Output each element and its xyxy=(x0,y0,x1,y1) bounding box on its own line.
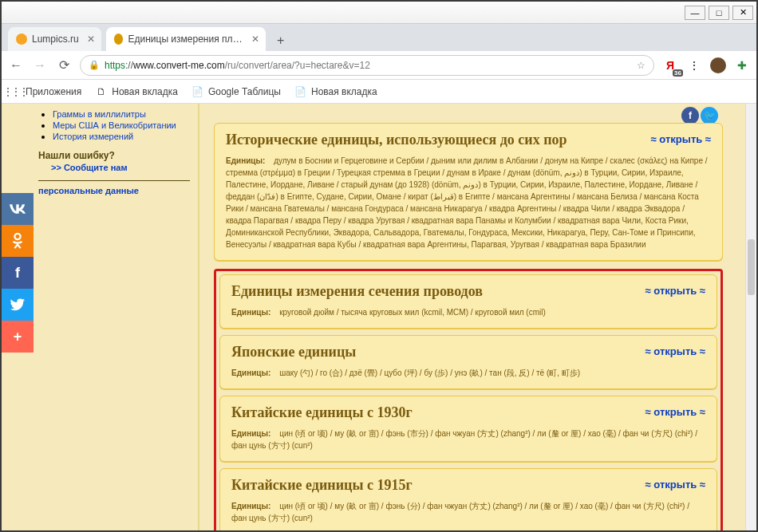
favicon-lumpics xyxy=(16,33,27,45)
nav-back-button[interactable]: ← xyxy=(8,58,24,73)
units-list: Единицы: цин (頃 or 顷) / му (畝 or 亩) / фэ… xyxy=(231,500,705,524)
bookmark-label: Google Таблицы xyxy=(208,86,281,97)
window-close-button[interactable]: ✕ xyxy=(732,6,753,20)
units-label: Единицы: xyxy=(231,308,270,317)
category-title: Японские единицы xyxy=(231,344,705,361)
page-viewport: Граммы в миллилитры Меры США и Великобри… xyxy=(2,104,756,530)
open-toggle[interactable]: открыть xyxy=(645,345,705,357)
sidebar-link-grams[interactable]: Граммы в миллилитры xyxy=(53,109,146,119)
social-vk-button[interactable] xyxy=(2,193,34,225)
units-label: Единицы: xyxy=(231,502,270,510)
sidebar-found-error-heading: Нашли ошибку? xyxy=(38,150,190,161)
url-input[interactable]: 🔒 https://www.convert-me.com/ru/convert/… xyxy=(80,55,654,76)
profile-avatar[interactable]: ● xyxy=(710,57,726,73)
lock-icon: 🔒 xyxy=(89,60,100,70)
sidebar-personal-data-link[interactable]: персональные данные xyxy=(38,186,139,195)
bookmark-star-icon[interactable]: ☆ xyxy=(637,60,645,71)
nav-forward-button[interactable]: → xyxy=(32,58,48,73)
units-label: Единицы: xyxy=(231,368,270,377)
open-toggle[interactable]: открыть xyxy=(645,479,705,491)
units-list: Единицы: дулум в Боснии и Герцеговине и … xyxy=(226,155,711,250)
yandex-badge: 36 xyxy=(673,69,683,77)
tab-lumpics[interactable]: Lumpics.ru ✕ xyxy=(8,27,101,51)
url-path: /ru/convert/area/?u=hectare&v=12 xyxy=(225,60,370,71)
window-titlebar: — □ ✕ xyxy=(2,2,756,24)
units-label: Единицы: xyxy=(226,156,265,165)
window-minimize-button[interactable]: — xyxy=(685,6,705,20)
bookmarks-bar: ⋮⋮⋮ Приложения 🗋 Новая вкладка 📄 Google … xyxy=(2,80,756,104)
social-ok-button[interactable] xyxy=(2,225,34,257)
social-more-button[interactable]: + xyxy=(2,321,34,353)
sidebar-report-link[interactable]: >> Сообщите нам xyxy=(51,163,128,172)
open-toggle[interactable]: открыть xyxy=(645,406,705,418)
bookmark-newtab-2[interactable]: 📄 Новая вкладка xyxy=(295,86,377,97)
category-card-historical: открыть Исторические единицы, использующ… xyxy=(214,123,723,261)
category-title: Китайские единицы c 1930г xyxy=(231,404,705,421)
category-card-chinese-1930: открыть Китайские единицы c 1930г Единиц… xyxy=(219,396,717,462)
tab-label: Единицы измерения площади. xyxy=(128,33,243,45)
category-title: Единицы измерения сечения проводов xyxy=(231,283,705,300)
sidebar-link-history[interactable]: История измерений xyxy=(53,132,133,141)
category-card-chinese-1915: открыть Китайские единицы c 1915г Единиц… xyxy=(219,468,717,530)
share-twitter-button[interactable]: 🐦 xyxy=(701,107,718,124)
extension-icon[interactable]: ✚ xyxy=(734,57,750,73)
yandex-ext-icon[interactable]: Я 36 xyxy=(662,57,678,73)
social-fb-button[interactable]: f xyxy=(2,257,34,289)
units-text: дулум в Боснии и Герцеговине и Сербии / … xyxy=(226,156,708,249)
units-text: цин (頃 or 顷) / му (畝 or 亩) / фэнь (市分) /… xyxy=(231,429,697,450)
category-title: Исторические единицы, использующиеся до … xyxy=(226,132,711,148)
svg-point-0 xyxy=(14,234,20,239)
browser-window: — □ ✕ Lumpics.ru ✕ Единицы измерения пло… xyxy=(0,0,758,532)
page-content: Граммы в миллилитры Меры США и Великобри… xyxy=(2,104,745,530)
units-list: Единицы: цин (頃 or 顷) / му (畝 or 亩) / фэ… xyxy=(231,428,705,451)
open-toggle[interactable]: открыть xyxy=(651,133,711,145)
url-sep: :// xyxy=(125,60,133,71)
units-list: Единицы: шаку (勺) / го (合) / дзё (畳) / ц… xyxy=(231,367,705,379)
sheets-icon: 📄 xyxy=(192,86,203,97)
page-icon: 🗋 xyxy=(96,86,107,97)
category-card-japanese: открыть Японские единицы Единицы: шаку (… xyxy=(219,335,717,389)
units-label: Единицы: xyxy=(231,429,270,438)
category-card-wire: открыть Единицы измерения сечения провод… xyxy=(219,274,717,329)
units-text: шаку (勺) / го (合) / дзё (畳) / цубо (坪) /… xyxy=(279,368,580,377)
tab-close-icon[interactable]: ✕ xyxy=(87,33,95,45)
open-toggle[interactable]: открыть xyxy=(645,285,705,297)
tab-close-icon[interactable]: ✕ xyxy=(251,33,259,45)
bookmark-google-sheets[interactable]: 📄 Google Таблицы xyxy=(192,86,281,97)
social-sidebar: f + xyxy=(2,193,34,353)
url-scheme: https xyxy=(105,60,125,71)
social-tw-button[interactable] xyxy=(2,289,34,321)
main-column: f 🐦 открыть Исторические единицы, исполь… xyxy=(199,104,745,530)
units-text: цин (頃 or 顷) / му (畝 or 亩) / фэнь (分) / … xyxy=(231,502,689,522)
highlighted-categories: открыть Единицы измерения сечения провод… xyxy=(214,269,723,530)
scrollbar-thumb[interactable] xyxy=(748,239,755,295)
bookmark-label: Приложения xyxy=(26,86,81,97)
tab-label: Lumpics.ru xyxy=(32,33,79,45)
units-text: круговой дюйм / тысяча круговых мил (kcm… xyxy=(279,308,546,317)
units-list: Единицы: круговой дюйм / тысяча круговых… xyxy=(231,306,705,318)
sidebar-divider xyxy=(38,180,190,181)
window-maximize-button[interactable]: □ xyxy=(709,6,729,20)
nav-reload-button[interactable]: ⟳ xyxy=(56,57,72,73)
category-title: Китайские единицы c 1915г xyxy=(231,477,705,494)
apps-grid-icon: ⋮⋮⋮ xyxy=(10,86,21,97)
bookmark-apps[interactable]: ⋮⋮⋮ Приложения xyxy=(10,86,81,97)
new-tab-button[interactable]: + xyxy=(270,30,291,51)
bookmark-label: Новая вкладка xyxy=(311,86,377,97)
tab-convertme[interactable]: Единицы измерения площади. ✕ xyxy=(106,27,266,51)
vertical-scrollbar[interactable] xyxy=(745,104,756,530)
url-domain: www.convert-me.com xyxy=(133,60,225,71)
tabs-bar: Lumpics.ru ✕ Единицы измерения площади. … xyxy=(2,24,756,51)
browser-menu-button[interactable]: ⋮ xyxy=(686,57,702,73)
page-icon: 📄 xyxy=(295,86,306,97)
share-facebook-button[interactable]: f xyxy=(681,107,699,124)
sidebar-link-usuk[interactable]: Меры США и Великобритании xyxy=(53,120,176,130)
share-icons: f 🐦 xyxy=(681,107,718,124)
favicon-convertme xyxy=(114,33,124,45)
address-bar: ← → ⟳ 🔒 https://www.convert-me.com/ru/co… xyxy=(2,51,756,80)
bookmark-newtab-1[interactable]: 🗋 Новая вкладка xyxy=(96,86,178,97)
bookmark-label: Новая вкладка xyxy=(112,86,178,97)
